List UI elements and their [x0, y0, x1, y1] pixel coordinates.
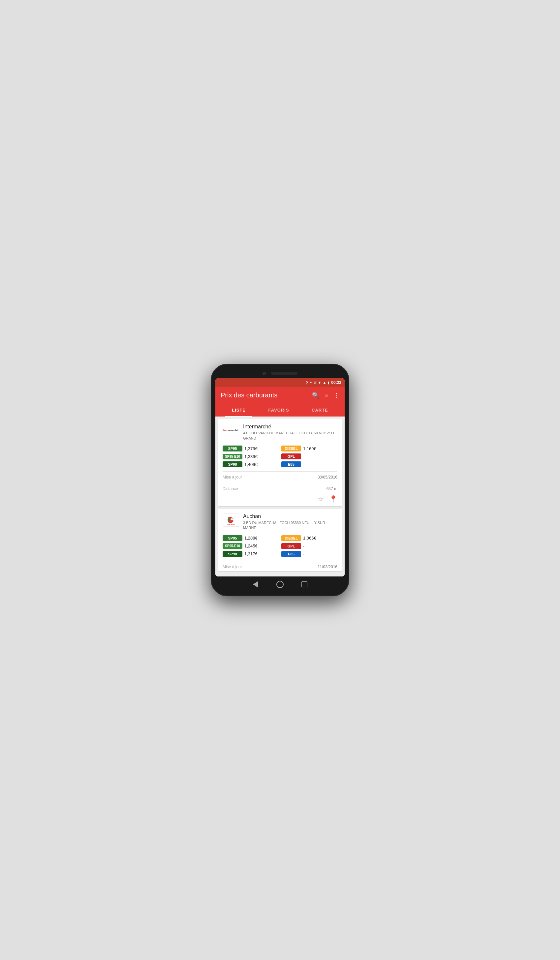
fuel-item-sp95: SP95 1,379€ [222, 446, 279, 451]
card-header: Intermarché Intermarché 4 BOULEVARD DU M… [218, 419, 342, 444]
station-card-auchan: Auchan Auchan 3 BD DU MARECHAL FOCH 9333… [218, 509, 342, 571]
diesel-badge: DIESEL [281, 446, 301, 451]
sp95-price: 1,379€ [245, 446, 258, 451]
diesel-price-a: 1,066€ [303, 536, 316, 541]
card-header-auchan: Auchan Auchan 3 BD DU MARECHAL FOCH 9333… [218, 509, 342, 534]
update-date-auchan: 11/03/2016 [318, 565, 338, 569]
camera [262, 372, 266, 375]
status-icons: ⚲ ✶ ⊖ ▼ ▲ ▮ [306, 381, 330, 385]
location-pin-icon[interactable]: 📍 [329, 495, 338, 503]
gpl-price-a: - [303, 544, 304, 549]
divider-1 [222, 471, 338, 472]
fuel-item-diesel: DIESEL 1,169€ [281, 446, 338, 451]
sp95e10-badge-a: SP95-E10 [222, 543, 242, 549]
wifi-icon: ▼ [318, 381, 322, 384]
more-icon[interactable]: ⋮ [333, 392, 339, 399]
update-label-auchan: Mise à jour [222, 565, 242, 569]
recents-icon [301, 581, 307, 587]
phone-device: ⚲ ✶ ⊖ ▼ ▲ ▮ 00:22 Prix des carburants 🔍 … [211, 364, 349, 596]
sp95-badge-a: SP95 [222, 535, 242, 541]
fuel-item-sp98: SP98 1,409€ [222, 461, 279, 467]
tabs: LISTE FAVORIS CARTE [221, 404, 339, 416]
back-button[interactable] [252, 581, 259, 588]
phone-screen: ⚲ ✶ ⊖ ▼ ▲ ▮ 00:22 Prix des carburants 🔍 … [215, 378, 345, 576]
intermarche-logo: Intermarché [222, 424, 239, 437]
phone-top-bar [215, 370, 345, 378]
mise-partial: Mise à jour 11/03/2016 [218, 563, 342, 571]
back-icon [253, 581, 258, 588]
diesel-badge-a: DIESEL [281, 535, 301, 541]
tab-favoris[interactable]: FAVORIS [262, 404, 296, 416]
update-row: Mise à jour 30/05/2016 [218, 473, 342, 482]
fuel-item-diesel-a: DIESEL 1,066€ [281, 535, 338, 541]
sp95-badge: SP95 [222, 446, 242, 451]
sp98-badge-a: SP98 [222, 551, 242, 557]
sp98-price-a: 1,317€ [245, 551, 258, 556]
tab-liste[interactable]: LISTE [225, 404, 252, 416]
app-bar: Prix des carburants 🔍 ≡ ⋮ LISTE FAVORIS … [215, 387, 345, 416]
filter-icon[interactable]: ≡ [325, 392, 328, 399]
sp98-price: 1,409€ [245, 462, 258, 467]
gpl-badge: GPL [281, 453, 301, 459]
divider-2 [222, 483, 338, 483]
status-time: 00:22 [331, 380, 341, 385]
card-actions: ☆ 📍 [218, 493, 342, 506]
speaker [271, 372, 298, 374]
gpl-badge-a: GPL [281, 543, 301, 549]
search-icon[interactable]: 🔍 [312, 392, 319, 399]
e85-price: - [303, 462, 304, 467]
minus-icon: ⊖ [314, 381, 317, 385]
fuel-item-e85-a: E85 - [281, 551, 338, 557]
app-title: Prix des carburants [221, 392, 277, 399]
home-icon [276, 581, 284, 588]
station-info-auchan: Auchan 3 BD DU MARECHAL FOCH 93330 NEUIL… [243, 514, 338, 531]
content: Intermarché Intermarché 4 BOULEVARD DU M… [215, 416, 345, 576]
fuel-item-sp98-a: SP98 1,317€ [222, 551, 279, 557]
fuel-item-gpl-a: GPL - [281, 543, 338, 549]
fuel-item-sp95e10: SP95-E10 1,339€ [222, 453, 279, 459]
svg-text:Auchan: Auchan [227, 523, 235, 526]
phone-bottom-bar [215, 576, 345, 590]
bluetooth-icon: ✶ [309, 381, 312, 385]
station-card-intermarche: Intermarché Intermarché 4 BOULEVARD DU M… [218, 419, 342, 506]
home-button[interactable] [276, 581, 284, 588]
app-bar-top: Prix des carburants 🔍 ≡ ⋮ [221, 392, 339, 404]
recents-button[interactable] [301, 581, 308, 588]
location-icon: ⚲ [306, 381, 308, 385]
station-address: 4 BOULEVARD DU MARÉCHAL FOCH 93160 NOISY… [243, 431, 338, 441]
update-label: Mise à jour [222, 475, 242, 480]
e85-price-a: - [303, 551, 304, 556]
station-name: Intermarché [243, 424, 338, 430]
sp95e10-price-a: 1,245€ [245, 544, 258, 549]
station-name-auchan: Auchan [243, 514, 338, 519]
status-bar: ⚲ ✶ ⊖ ▼ ▲ ▮ 00:22 [215, 378, 345, 387]
diesel-price: 1,169€ [303, 446, 316, 451]
update-date: 30/05/2016 [318, 475, 338, 480]
distance-value: 647 m [326, 486, 338, 491]
e85-badge: E85 [281, 461, 301, 467]
fuel-grid: SP95 1,379€ DIESEL 1,169€ SP95-E10 1,339… [218, 444, 342, 470]
station-info: Intermarché 4 BOULEVARD DU MARÉCHAL FOCH… [243, 424, 338, 441]
sp98-badge: SP98 [222, 461, 242, 467]
station-address-auchan: 3 BD DU MARECHAL FOCH 93330 NEUILLY-SUR-… [243, 520, 338, 531]
signal-icon: ▲ [323, 381, 326, 384]
distance-row: Distance 647 m [218, 485, 342, 493]
tab-carte[interactable]: CARTE [305, 404, 335, 416]
gpl-price: - [303, 454, 304, 459]
distance-label: Distance [222, 486, 238, 491]
e85-badge-a: E85 [281, 551, 301, 557]
fuel-item-e85: E85 - [281, 461, 338, 467]
sp95e10-price: 1,339€ [245, 454, 258, 459]
battery-icon: ▮ [328, 381, 330, 385]
sp95-price-a: 1,288€ [245, 536, 258, 541]
fuel-item-sp95-a: SP95 1,288€ [222, 535, 279, 541]
fuel-grid-auchan: SP95 1,288€ DIESEL 1,066€ SP95-E10 1,245… [218, 534, 342, 560]
fuel-item-sp95e10-a: SP95-E10 1,245€ [222, 543, 279, 549]
fuel-item-gpl: GPL - [281, 453, 338, 459]
favorite-icon[interactable]: ☆ [318, 495, 324, 503]
auchan-logo: Auchan [222, 514, 239, 526]
app-bar-actions: 🔍 ≡ ⋮ [312, 392, 339, 399]
sp95e10-badge: SP95-E10 [222, 454, 242, 459]
